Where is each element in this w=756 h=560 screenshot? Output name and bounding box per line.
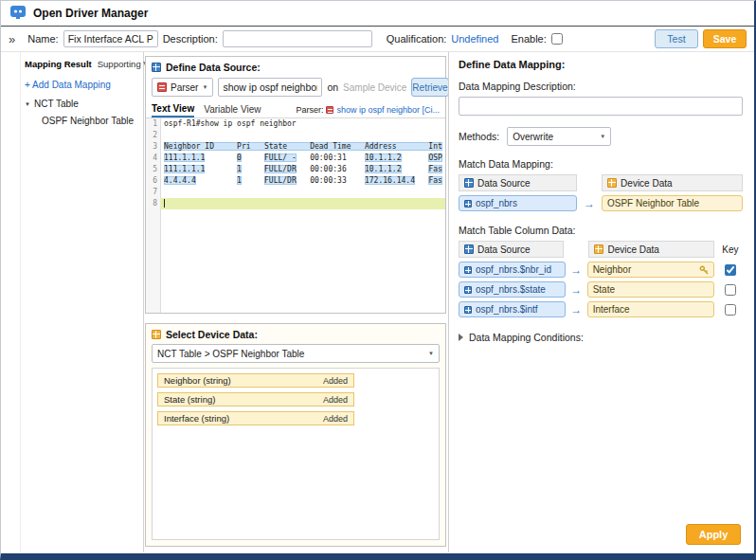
tab-mapping-result[interactable]: Mapping Result xyxy=(25,59,92,69)
line-text: 111.1.1.1 1 FULL/DR 00:00:36 10.1.1.2 Fa… xyxy=(160,164,445,175)
device-data-chip[interactable]: Neighbor xyxy=(587,262,714,278)
key-cell xyxy=(718,304,744,316)
data-source-chip[interactable]: ospf_nbrs.$intf xyxy=(459,301,566,317)
match-mapping-row: ospf_nbrs OSPF Neighbor Table xyxy=(459,195,743,211)
data-source-column-label: Data Source xyxy=(477,178,531,189)
device-data-item[interactable]: Interface (string)Added xyxy=(157,411,354,425)
code-line[interactable]: 1ospf-R1#show ip ospf neighbor xyxy=(146,118,445,130)
line-number: 4 xyxy=(146,153,160,164)
key-checkbox[interactable] xyxy=(725,284,736,296)
command-input[interactable] xyxy=(218,78,322,97)
device-table-select[interactable]: NCT Table > OSPF Neighbor Table xyxy=(152,344,440,363)
tree-node-nct-table[interactable]: NCT Table xyxy=(25,99,139,109)
map-arrow-icon xyxy=(566,264,587,276)
methods-select[interactable]: Overwrite xyxy=(507,127,611,146)
code-line[interactable]: 8 xyxy=(146,198,445,209)
parser-link-prefix: Parser: xyxy=(296,105,323,115)
data-source-chip-label: ospf_nbrs xyxy=(476,198,517,208)
data-source-chip[interactable]: ospf_nbrs.$nbr_id xyxy=(459,262,566,278)
toolbar: Name: Description: Qualification: Undefi… xyxy=(1,27,754,52)
data-source-chip-label: ospf_nbrs.$intf xyxy=(476,304,538,315)
qualification-link[interactable]: Undefined xyxy=(451,33,498,45)
save-button[interactable]: Save xyxy=(703,29,747,48)
device-data-chip-label: Interface xyxy=(593,304,630,315)
main-area: Mapping Result Supporting Variables + Ad… xyxy=(1,52,754,552)
code-line[interactable]: 7 xyxy=(146,187,445,198)
mapping-tree: NCT Table OSPF Neighbor Table xyxy=(25,99,139,126)
code-line[interactable]: 4111.1.1.1 0 FULL/ - 00:00:31 10.1.1.2 O… xyxy=(146,153,445,164)
code-line[interactable]: 64.4.4.4 1 FULL/DR 00:00:33 172.16.14.4 … xyxy=(146,175,445,187)
line-number: 5 xyxy=(146,164,160,175)
data-source-column-header: Data Source xyxy=(459,174,577,191)
device-data-item[interactable]: Neighbor (string)Added xyxy=(157,373,354,388)
variable-icon xyxy=(464,286,472,294)
titlebar: Open Driver Manager xyxy=(1,1,754,27)
key-checkbox[interactable] xyxy=(725,304,736,316)
code-line[interactable]: 3Neighbor ID Pri State Dead Time Address… xyxy=(146,141,445,153)
window-title: Open Driver Manager xyxy=(33,7,148,20)
qualification-label: Qualification: xyxy=(387,33,447,45)
sidebar-tabs: Mapping Result Supporting Variables xyxy=(25,59,139,69)
match-column-row: ospf_nbrs.$nbr_idNeighbor xyxy=(459,262,743,278)
data-source-chip[interactable]: ospf_nbrs xyxy=(459,195,577,211)
map-arrow-icon xyxy=(577,198,602,209)
match-column-rows: ospf_nbrs.$nbr_idNeighborospf_nbrs.$stat… xyxy=(459,262,743,317)
line-text xyxy=(160,187,445,198)
view-tabs: Text View Variable View Parser: show ip … xyxy=(146,101,445,118)
data-source-icon xyxy=(464,178,474,188)
tree-node-label: NCT Table xyxy=(34,99,79,109)
device-data-item-status: Added xyxy=(323,376,348,386)
match-table-column-table: Data Source Device Data Key ospf_nbrs.$n… xyxy=(459,241,743,317)
data-mapping-description-input[interactable] xyxy=(459,97,743,116)
define-data-mapping-title: Define Data Mapping: xyxy=(459,59,743,70)
data-source-chip[interactable]: ospf_nbrs.$state xyxy=(459,281,566,298)
define-data-mapping-panel: Define Data Mapping: Data Mapping Descri… xyxy=(448,52,752,552)
name-input[interactable] xyxy=(63,30,158,47)
parser-link[interactable]: show ip ospf neighbor [Ci... xyxy=(336,105,440,115)
match-mapping-header: Data Source Device Data xyxy=(459,174,743,191)
key-checkbox[interactable] xyxy=(725,264,736,276)
parser-type-select[interactable]: Parser xyxy=(152,78,213,97)
match-table-column-data-label: Match Table Column Data: xyxy=(459,225,743,236)
collapse-panel-icon[interactable] xyxy=(9,33,15,45)
data-mapping-conditions-toggle[interactable]: Data Mapping Conditions: xyxy=(459,332,743,343)
test-button[interactable]: Test xyxy=(655,29,698,48)
device-data-chip[interactable]: Interface xyxy=(587,301,714,317)
caret-down-icon xyxy=(25,101,30,107)
parser-row: Parser on Sample Device Retrieve xyxy=(146,76,445,101)
add-data-mapping-link[interactable]: + Add Data Mapping xyxy=(25,80,111,90)
apply-button[interactable]: Apply xyxy=(686,524,741,545)
retrieve-button[interactable]: Retrieve xyxy=(411,78,448,97)
code-editor[interactable]: 1ospf-R1#show ip ospf neighbor23Neighbor… xyxy=(146,118,445,313)
methods-row: Methods: Overwrite xyxy=(459,127,743,146)
parser-icon xyxy=(326,106,333,114)
tab-variable-view[interactable]: Variable View xyxy=(204,101,261,117)
tab-text-view[interactable]: Text View xyxy=(152,101,194,117)
code-line[interactable]: 5111.1.1.1 1 FULL/DR 00:00:36 10.1.1.2 F… xyxy=(146,164,445,175)
device-data-item-name: Interface (string) xyxy=(164,413,229,424)
device-table-value: NCT Table > OSPF Neighbor Table xyxy=(157,349,304,359)
define-data-source-panel: Define Data Source: Parser on Sample Dev… xyxy=(145,56,446,314)
device-data-item-name: State (string) xyxy=(164,394,215,405)
line-text: ospf-R1#show ip ospf neighbor xyxy=(160,118,445,130)
enable-checkbox[interactable] xyxy=(551,33,563,45)
code-line[interactable]: 2 xyxy=(146,130,445,141)
data-source-column-header: Data Source xyxy=(459,241,564,258)
description-label: Description: xyxy=(163,33,218,45)
enable-label: Enable: xyxy=(511,33,546,45)
description-input[interactable] xyxy=(223,30,372,47)
tree-node-ospf-neighbor-table[interactable]: OSPF Neighbor Table xyxy=(42,116,139,126)
sample-device-button: Sample Device xyxy=(343,82,406,93)
device-data-chip-label: OSPF Neighbor Table xyxy=(607,198,699,208)
chevron-down-icon xyxy=(428,351,434,356)
line-number: 2 xyxy=(146,130,160,141)
methods-value: Overwrite xyxy=(513,132,553,142)
data-mapping-conditions-label: Data Mapping Conditions: xyxy=(469,332,584,343)
line-text xyxy=(160,130,445,141)
device-data-chip[interactable]: OSPF Neighbor Table xyxy=(602,195,743,211)
key-cell xyxy=(718,284,744,296)
device-data-icon xyxy=(152,330,161,339)
define-data-source-title: Define Data Source: xyxy=(166,62,261,73)
device-data-item[interactable]: State (string)Added xyxy=(157,392,354,406)
device-data-chip[interactable]: State xyxy=(587,281,714,298)
